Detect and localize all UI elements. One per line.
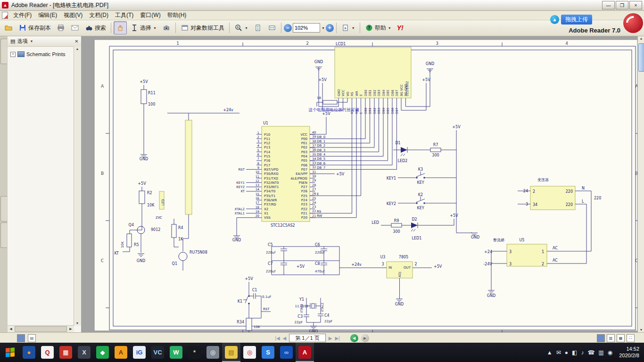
yahoo-button[interactable]: Y! <box>395 21 406 34</box>
schematic-label: 220uf <box>266 270 276 273</box>
schematic-label: P27 <box>301 185 307 189</box>
hand-tool-button[interactable] <box>114 21 127 34</box>
zoom-out-button[interactable]: − <box>284 24 292 32</box>
main-vertical-scrollbar[interactable]: ▲ ▼ <box>637 36 644 332</box>
note-tool-icon[interactable]: ▤ <box>28 334 36 342</box>
taskbar-icon-green-app[interactable]: ◆ <box>93 343 112 362</box>
scroll-up-icon[interactable]: ▲ <box>74 47 81 50</box>
menu-文档(D)[interactable]: 文档(D) <box>86 10 112 20</box>
schematic-label: 37 <box>312 144 316 148</box>
menu-工具(T)[interactable]: 工具(T) <box>112 10 137 20</box>
taskbar-icon-tools[interactable]: X <box>75 343 93 362</box>
taskbar-icon-target[interactable]: ◎ <box>240 343 259 362</box>
maximize-button[interactable]: ❐ <box>616 1 628 9</box>
schematic-label: 3 <box>381 262 384 266</box>
search-button[interactable]: 搜索 <box>83 21 108 34</box>
scroll-right-icon[interactable]: ▶ <box>67 327 74 331</box>
expand-icon[interactable]: + <box>10 52 16 57</box>
previous-view-button[interactable]: ◀ <box>350 334 358 342</box>
scrollbar-thumb[interactable] <box>15 326 67 332</box>
zoom-tool-button[interactable]: ▼ <box>232 21 250 34</box>
options-label[interactable]: 选项 <box>17 38 27 45</box>
tray-icon-2[interactable]: ● <box>565 349 568 356</box>
tray-icon-3[interactable]: ◧ <box>572 349 577 356</box>
menu-视图(V)[interactable]: 视图(V) <box>60 10 86 20</box>
tray-icon-6[interactable]: ▥ <box>598 349 603 356</box>
nav-tab-bookmarks[interactable] <box>0 39 7 64</box>
start-button[interactable] <box>0 343 20 362</box>
tray-icon-1[interactable]: ✉ <box>556 349 561 356</box>
zoom-in-button[interactable]: + <box>326 24 334 32</box>
tray-icon-0[interactable]: ▲ <box>547 349 553 356</box>
sidebar-horizontal-scrollbar[interactable]: ◀ ▶ <box>8 325 74 332</box>
previous-page-button[interactable]: ◀ <box>283 336 287 341</box>
schematic-label: 1 <box>542 250 544 254</box>
nav-tab-comments[interactable] <box>0 196 7 222</box>
schematic-label: GND <box>314 60 323 64</box>
scroll-up-icon[interactable]: ▲ <box>638 37 644 40</box>
taskbar-icon-s-app[interactable]: S <box>259 343 277 362</box>
first-page-button[interactable]: |◀ <box>275 336 280 341</box>
fullscreen-layout-icon[interactable]: ⛶ <box>627 334 635 342</box>
facing-layout-icon[interactable]: ▦ <box>617 334 625 342</box>
scrollbar-thumb[interactable] <box>638 43 644 72</box>
taskbar-icon-browser[interactable]: ● <box>20 343 38 362</box>
taskbar-icon-wechat[interactable]: W <box>167 343 185 362</box>
sidebar-vertical-scrollbar[interactable]: ▲ ▼ <box>74 46 81 326</box>
nav-tab-attachments[interactable] <box>0 222 7 248</box>
taskbar-apps: ●Q▦X◆AiGVCW*◎▤◎S∞A <box>20 343 314 362</box>
page-display-button[interactable]: ▼ <box>339 21 357 34</box>
last-page-button[interactable]: ▶| <box>335 336 339 341</box>
taskbar-icon-a3[interactable]: A <box>112 343 130 362</box>
open-button[interactable] <box>2 21 15 34</box>
next-page-button[interactable]: ▶ <box>329 336 332 341</box>
scroll-down-icon[interactable]: ▼ <box>638 328 644 331</box>
save-copy-button[interactable]: 保存副本 <box>16 21 53 34</box>
page-mode-icon[interactable] <box>17 334 25 342</box>
panel-close-button[interactable]: × <box>74 38 78 45</box>
zoom-level-input[interactable] <box>293 23 320 33</box>
tray-icon-5[interactable]: ☎ <box>587 349 594 356</box>
menu-帮助(H)[interactable]: 帮助(H) <box>164 10 190 20</box>
menu-编辑(E)[interactable]: 编辑(E) <box>35 10 60 20</box>
help-button[interactable]: ? 帮助 ▼ <box>363 21 394 34</box>
taskbar-icon-gray-tool[interactable]: ◎ <box>204 343 222 362</box>
taskbar-icon-ig[interactable]: iG <box>130 343 149 362</box>
schematic-label: IN <box>388 266 392 270</box>
document-canvas[interactable]: 1234ABCABCLCD1LCD160218这个电阻用电位器代替可调+5VGN… <box>81 36 637 332</box>
menu-窗口(W)[interactable]: 窗口(W) <box>137 10 164 20</box>
email-button[interactable] <box>68 21 82 34</box>
schematic-label: GND <box>337 89 341 96</box>
taskbar-icon-rings[interactable]: ∞ <box>277 343 296 362</box>
taskbar-clock[interactable]: 14:52 2020/2/8 <box>616 346 639 359</box>
page-number-box[interactable]: 第 1／1 页 <box>289 334 325 342</box>
taskbar-icon-qq[interactable]: Q <box>38 343 57 362</box>
schematic-label: L <box>582 199 584 204</box>
taskbar-icon-vcds[interactable]: VC <box>149 343 167 362</box>
tray-icon-7[interactable]: ◉ <box>608 349 612 356</box>
minimize-button[interactable]: — <box>602 1 615 9</box>
fit-width-button[interactable] <box>265 21 279 34</box>
print-button[interactable] <box>54 21 67 34</box>
select-tool-button[interactable]: 选择 ▼ <box>128 21 159 34</box>
next-view-button[interactable]: ▶ <box>361 334 369 342</box>
continuous-layout-icon[interactable]: ▥ <box>607 334 615 342</box>
object-data-tool-button[interactable]: 对象数据工具 <box>178 21 227 34</box>
fit-page-button[interactable] <box>251 21 264 34</box>
scroll-down-icon[interactable]: ▼ <box>74 321 81 325</box>
menu-文件(F)[interactable]: 文件(F) <box>10 10 35 20</box>
drag-upload-button[interactable]: ▲ 拖拽上传 <box>550 15 592 25</box>
single-page-layout-icon[interactable] <box>597 334 605 342</box>
schematic-label: 40 <box>312 131 316 134</box>
taskbar-icon-dark-tool[interactable]: * <box>185 343 204 362</box>
schematic-label: 1 <box>257 131 259 135</box>
scroll-left-icon[interactable]: ◀ <box>8 327 14 331</box>
close-button[interactable]: × <box>629 1 642 9</box>
bookmark-tree-item[interactable]: + Schematic Prints <box>8 47 81 62</box>
tray-icon-4[interactable]: ♪ <box>581 349 584 356</box>
snapshot-button[interactable] <box>160 21 173 34</box>
taskbar-icon-explorer[interactable]: ▤ <box>222 343 240 362</box>
taskbar-icon-adobe-reader[interactable]: A <box>296 343 314 362</box>
taskbar-icon-red-grid[interactable]: ▦ <box>57 343 75 362</box>
schematic-label: GND <box>140 157 148 161</box>
